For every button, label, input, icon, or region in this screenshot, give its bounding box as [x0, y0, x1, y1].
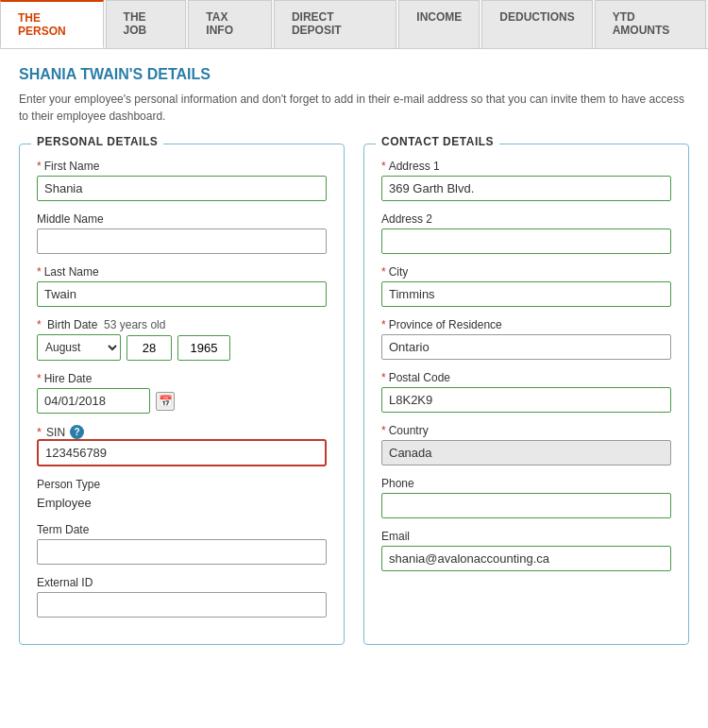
person-type-field: Person Type Employee [37, 478, 327, 512]
province-field: *Province of Residence [381, 318, 671, 360]
address2-label: Address 2 [381, 212, 671, 226]
personal-details-section: PERSONAL DETAILS *First Name Middle Name… [19, 144, 345, 645]
birth-date-field: * Birth Date 53 years old August January… [37, 318, 327, 361]
hire-date-required-marker: * [37, 372, 42, 385]
phone-label: Phone [381, 477, 671, 490]
city-input[interactable] [381, 281, 671, 307]
birthdate-row: August January February March April May … [37, 334, 327, 361]
country-input[interactable] [381, 440, 671, 466]
last-name-input[interactable] [37, 281, 327, 307]
first-name-required-marker: * [37, 160, 42, 173]
address2-field: Address 2 [381, 212, 671, 254]
last-name-label: *Last Name [37, 265, 327, 279]
phone-input[interactable] [381, 493, 671, 518]
middle-name-input[interactable] [37, 229, 327, 254]
postal-code-label: *Postal Code [381, 371, 671, 384]
tab-tax-info[interactable]: TAX INFO [188, 0, 272, 48]
last-name-field: *Last Name [37, 265, 327, 307]
page-title: SHANIA TWAIN'S DETAILS [19, 66, 689, 83]
phone-field: Phone [381, 477, 671, 518]
hire-date-label: *Hire Date [37, 372, 327, 385]
external-id-input[interactable] [37, 592, 327, 618]
external-id-label: External ID [37, 576, 327, 589]
personal-details-title: PERSONAL DETAILS [31, 135, 163, 148]
tab-the-person[interactable]: THE PERSON [0, 0, 104, 48]
first-name-field: *First Name [37, 160, 327, 201]
person-type-value: Employee [37, 494, 327, 512]
address1-required-marker: * [381, 160, 386, 173]
sin-input[interactable] [37, 439, 327, 466]
birth-date-required-marker: * [37, 318, 42, 331]
city-label: *City [381, 265, 671, 279]
address1-field: *Address 1 [381, 160, 671, 201]
sin-label-row: * SIN ? [37, 425, 327, 439]
postal-code-field: *Postal Code [381, 371, 671, 413]
city-field: *City [381, 265, 671, 307]
province-required-marker: * [381, 318, 386, 331]
hire-date-input[interactable] [37, 388, 150, 414]
city-required-marker: * [381, 265, 386, 279]
email-field: Email [381, 530, 671, 571]
form-columns: PERSONAL DETAILS *First Name Middle Name… [19, 144, 689, 645]
postal-code-input[interactable] [381, 387, 671, 413]
calendar-icon[interactable]: 📅 [156, 392, 175, 411]
contact-details-title: CONTACT DETAILS [376, 135, 499, 148]
province-input[interactable] [381, 334, 671, 360]
page-description: Enter your employee's personal informati… [19, 91, 689, 125]
tab-ytd-amounts[interactable]: YTD AMOUNTS [595, 0, 706, 48]
tab-bar: THE PERSON THE JOB TAX INFO DIRECT DEPOS… [0, 0, 708, 49]
sin-field: * SIN ? [37, 425, 327, 466]
first-name-input[interactable] [37, 176, 327, 201]
address1-label: *Address 1 [381, 160, 671, 173]
birth-year-input[interactable] [177, 335, 230, 361]
email-label: Email [381, 530, 671, 543]
sin-label: SIN [46, 426, 65, 439]
tab-the-job[interactable]: THE JOB [106, 0, 187, 48]
sin-required-marker: * [37, 425, 42, 439]
country-required-marker: * [381, 424, 386, 437]
province-label: *Province of Residence [381, 318, 671, 331]
tab-income[interactable]: INCOME [398, 0, 480, 48]
contact-details-section: CONTACT DETAILS *Address 1 Address 2 *Ci… [363, 144, 689, 645]
first-name-label: *First Name [37, 160, 327, 173]
term-date-input[interactable] [37, 539, 327, 565]
postal-code-required-marker: * [381, 371, 386, 384]
page-content: SHANIA TWAIN'S DETAILS Enter your employ… [0, 49, 708, 662]
middle-name-field: Middle Name [37, 212, 327, 254]
last-name-required-marker: * [37, 265, 42, 279]
hire-date-field: *Hire Date 📅 [37, 372, 327, 414]
hiredate-row: 📅 [37, 388, 327, 414]
tab-deductions[interactable]: DEDUCTIONS [481, 0, 592, 48]
term-date-field: Term Date [37, 523, 327, 565]
email-input[interactable] [381, 546, 671, 571]
country-label: *Country [381, 424, 671, 437]
address1-input[interactable] [381, 176, 671, 201]
sin-help-icon[interactable]: ? [70, 425, 84, 439]
birth-date-label: * Birth Date 53 years old [37, 318, 327, 331]
external-id-field: External ID [37, 576, 327, 618]
birth-date-age: 53 years old [104, 318, 165, 331]
person-type-label: Person Type [37, 478, 327, 491]
country-field: *Country [381, 424, 671, 466]
birth-month-select[interactable]: August January February March April May … [37, 334, 121, 361]
tab-direct-deposit[interactable]: DIRECT DEPOSIT [274, 0, 396, 48]
middle-name-label: Middle Name [37, 212, 327, 226]
birth-day-input[interactable] [126, 335, 172, 361]
address2-input[interactable] [381, 229, 671, 254]
term-date-label: Term Date [37, 523, 327, 536]
